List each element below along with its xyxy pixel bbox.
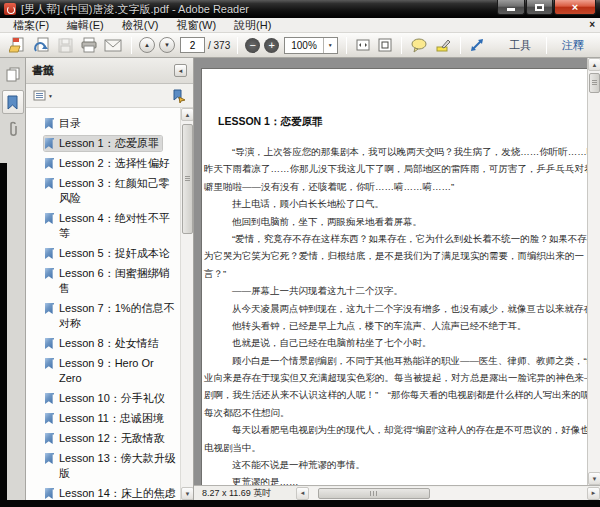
collapse-panel-button[interactable]: ◂ [174, 64, 187, 77]
bookmarks-panel-button[interactable] [2, 90, 24, 114]
main-area: 書籤 ◂ ▼ 目录Lesson 1：恋爱原罪Lesson 2：选择性偏好Less… [0, 58, 600, 500]
bookmark-item[interactable]: Lesson 10：分手礼仪 [32, 391, 180, 406]
page-thumbnails-icon [5, 66, 21, 82]
comment-bubble-icon [410, 38, 428, 53]
chevron-down-icon: ▼ [48, 93, 53, 99]
document-text-line: 从今天凌晨两点钟到现在，这九十二个字没有增多，也没有减少，就像亘古以来就存在在那 [204, 300, 587, 317]
page-number-input[interactable] [180, 37, 205, 53]
fit-page-button[interactable] [374, 35, 396, 56]
fit-page-icon [377, 38, 393, 52]
scroll-up-button[interactable]: ▲ [181, 108, 193, 121]
minimize-button[interactable] [497, 0, 525, 15]
scroll-right-button[interactable]: ► [587, 487, 600, 500]
bookmark-icon [45, 393, 54, 404]
bookmark-item-content: Lesson 4：绝对性不平等 [44, 211, 170, 241]
fullscreen-icon [469, 38, 485, 53]
zoom-level-select[interactable]: 100% ▼ [284, 37, 338, 54]
bookmarks-panel-header: 書籤 ◂ [26, 58, 193, 84]
document-horizontal-scrollbar[interactable]: ◄ ► [296, 487, 600, 500]
bookmarks-options-button[interactable]: ▼ [33, 90, 171, 101]
scroll-left-button[interactable]: ◄ [296, 487, 309, 500]
bookmark-item[interactable]: Lesson 11：忠诚困境 [32, 411, 180, 426]
bookmark-item-content: Lesson 10：分手礼仪 [44, 391, 168, 406]
previous-page-button[interactable]: ▲ [139, 37, 155, 53]
close-button[interactable]: × [554, 0, 596, 15]
menu-item[interactable]: 視窗(W) [167, 18, 225, 33]
adobe-reader-app-icon [4, 3, 16, 15]
bookmark-item[interactable]: Lesson 2：选择性偏好 [32, 156, 180, 171]
comments-panel-button[interactable]: 注釋 [552, 38, 594, 53]
bookmark-item[interactable]: Lesson 14：床上的焦虑 [32, 486, 180, 500]
chevron-down-icon: ▼ [324, 42, 337, 48]
bookmark-item-content: Lesson 2：选择性偏好 [44, 156, 173, 171]
scroll-down-button[interactable]: ▼ [588, 472, 600, 485]
bookmark-item[interactable]: Lesson 12：无敌情敌 [32, 431, 180, 446]
print-button[interactable] [77, 35, 101, 56]
menu-item[interactable]: 檔案(F) [4, 18, 58, 33]
convert-pdf-button[interactable] [30, 35, 54, 56]
page-total-label: / 373 [208, 40, 230, 51]
bookmark-item[interactable]: 目录 [32, 116, 180, 131]
document-text-line: 顾小白是一个情景剧编剧，不同于其他耳熟能详的职业——医生、律师、教师之类，“编 [204, 352, 587, 369]
menu-item[interactable]: 編輯(E) [58, 18, 113, 33]
bookmark-item[interactable]: Lesson 9：Hero Or Zero [32, 356, 180, 386]
document-vertical-scrollbar[interactable]: ▲ ▼ [587, 58, 600, 485]
bookmarks-panel: 書籤 ◂ ▼ 目录Lesson 1：恋爱原罪Lesson 2：选择性偏好Less… [26, 58, 194, 500]
document-scrollbar-thumb[interactable] [589, 73, 600, 93]
bookmark-item[interactable]: Lesson 4：绝对性不平等 [32, 211, 180, 241]
document-text-line: 昨天下雨着凉了……你那儿没下我这儿下了啊，局部地区的雷阵雨，可厉害了，乒乒乓乓对… [204, 160, 587, 177]
horizontal-scrollbar-thumb[interactable] [318, 488, 430, 499]
tools-panel-button[interactable]: 工具 [499, 38, 541, 53]
bookmark-item[interactable]: Lesson 7：1%的信息不对称 [32, 301, 180, 331]
bookmark-item[interactable]: Lesson 1：恋爱原罪 [32, 136, 180, 151]
highlighter-icon [434, 38, 452, 53]
bookmark-label: Lesson 2：选择性偏好 [59, 157, 170, 169]
maximize-button[interactable] [526, 0, 553, 15]
open-file-button[interactable] [6, 35, 30, 56]
document-text-line: 这不能不说是一种荒谬的事情。 [204, 456, 587, 473]
toolbar-separator [346, 37, 347, 54]
bookmark-icon [45, 453, 54, 464]
bookmarks-scrollbar[interactable]: ▲ ▼ [180, 108, 193, 500]
fit-width-button[interactable] [352, 35, 374, 56]
bookmark-item[interactable]: Lesson 6：闺蜜捆绑销售 [32, 266, 180, 296]
bookmark-icon [45, 338, 54, 349]
bookmark-icon [45, 158, 54, 169]
scroll-down-button[interactable]: ▼ [181, 487, 193, 500]
status-bar: 8.27 x 11.69 英吋 ◄ ► [194, 485, 600, 500]
bookmark-item-content: Lesson 8：处女情结 [44, 336, 162, 351]
add-comment-button[interactable] [407, 35, 431, 56]
bookmark-item[interactable]: Lesson 13：傍大款升级版 [32, 451, 180, 481]
page-thumbnails-button[interactable] [2, 62, 24, 86]
bookmark-item[interactable]: Lesson 3：红颜知己零风险 [32, 176, 180, 206]
bookmarks-icon [6, 95, 19, 110]
collapse-panel-icon: ◂ [179, 67, 183, 75]
bookmark-item[interactable]: Lesson 8：处女情结 [32, 336, 180, 351]
menu-item[interactable]: 檢視(V) [113, 18, 168, 33]
minimize-icon [507, 8, 515, 11]
bookmark-label: Lesson 12：无敌情敌 [59, 432, 165, 444]
highlight-text-button[interactable] [431, 35, 455, 56]
scroll-up-button[interactable]: ▲ [588, 58, 600, 71]
document-close-button[interactable]: × [589, 19, 595, 30]
menu-item[interactable]: 說明(H) [225, 18, 280, 33]
desktop-edge-left [0, 163, 7, 507]
fullscreen-button[interactable] [466, 35, 488, 56]
bookmark-item[interactable]: Lesson 5：捉奸成本论 [32, 246, 180, 261]
zoom-in-button[interactable]: + [264, 38, 279, 53]
bookmark-item-content: Lesson 3：红颜知己零风险 [44, 176, 170, 206]
bookmarks-scrollbar-thumb[interactable] [182, 124, 193, 234]
bookmark-label: Lesson 13：傍大款升级版 [59, 452, 176, 479]
attachments-button[interactable] [2, 118, 24, 142]
document-text-line: 挂上电话，顾小白长长地松了口气。 [204, 195, 587, 212]
toolbar-separator [546, 37, 547, 54]
email-button[interactable] [101, 35, 126, 56]
document-text-line: 噼里啪啦——没有没有，还咳着呢，你听……嗬……嗬……” [204, 178, 587, 195]
save-button[interactable] [54, 35, 77, 56]
zoom-out-button[interactable]: − [245, 38, 260, 53]
document-text: “导演，上次答应您的那集剧本，我可以晚两天交吗？我生病了，发烧……你听听……嗬…… [204, 143, 587, 485]
locate-current-bookmark-button[interactable] [171, 89, 186, 103]
document-text-line: 剧啊，我生活还从来不认识这样的人呢！” “那你每天看的电视剧都是什么样的人写出来… [204, 386, 587, 403]
document-text-line: “导演，上次答应您的那集剧本，我可以晚两天交吗？我生病了，发烧……你听听……嗬…… [204, 143, 587, 160]
next-page-button[interactable]: ▼ [159, 37, 175, 53]
